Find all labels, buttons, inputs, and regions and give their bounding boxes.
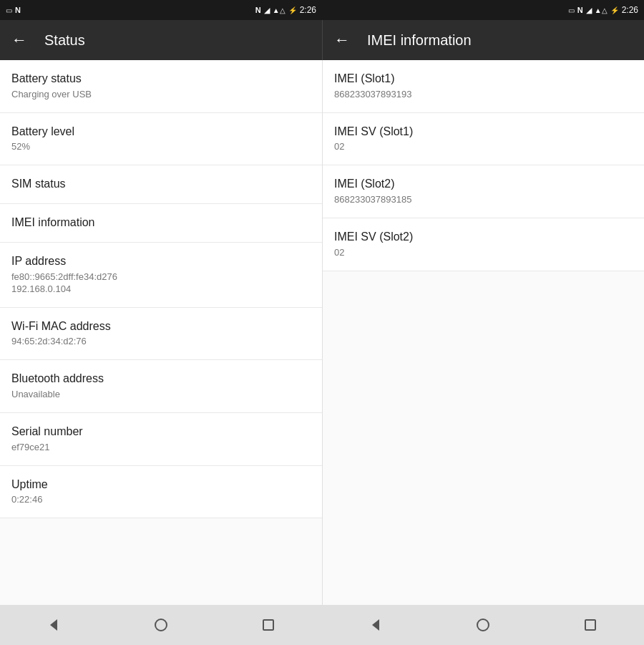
recent-nav-button-left[interactable] (254, 611, 283, 639)
nfc-icon-right: N (577, 6, 583, 14)
right-item-title: IMEI SV (Slot1) (334, 125, 633, 140)
left-item-subtitle: Unavailable (11, 389, 311, 401)
recent-icon-left (263, 619, 274, 631)
right-list-item[interactable]: IMEI SV (Slot2)02 (323, 218, 644, 271)
home-nav-button-right[interactable] (469, 611, 497, 639)
left-item-title: Bluetooth address (11, 372, 311, 387)
back-nav-button-right[interactable] (361, 611, 390, 639)
left-item-title: Wi-Fi MAC address (11, 319, 311, 334)
left-item-subtitle: 52% (11, 141, 311, 153)
left-list-item[interactable]: Uptime0:22:46 (0, 466, 322, 519)
signal-icon-left: ▲△ (273, 6, 286, 14)
left-item-subtitle: Charging over USB (11, 89, 311, 101)
right-back-button[interactable]: ← (334, 31, 350, 49)
right-panel: IMEI (Slot1)868233037893193IMEI SV (Slot… (322, 60, 644, 605)
home-icon-right (477, 619, 489, 631)
right-item-subtitle: 02 (334, 247, 633, 259)
left-item-subtitle: 0:22:46 (11, 494, 311, 506)
wifi-icon-left: ◢ (264, 6, 270, 15)
status-bar-right: ▭ N ◢ ▲△ ⚡ 2:26 (322, 5, 644, 15)
battery-charging-left: ⚡ (288, 6, 297, 14)
left-item-title: SIM status (11, 177, 311, 192)
left-list-item[interactable]: Bluetooth addressUnavailable (0, 360, 322, 413)
back-icon-left (50, 619, 57, 631)
left-item-title: Uptime (11, 477, 311, 493)
time-left: 2:26 (300, 5, 316, 15)
app-bars: ← Status ← IMEI information (0, 20, 644, 60)
battery-charging-right: ⚡ (610, 6, 619, 14)
right-item-subtitle: 02 (334, 141, 633, 153)
home-nav-button-left[interactable] (147, 611, 175, 639)
left-list-item[interactable]: IMEI information (0, 204, 322, 243)
status-bar-left: ▭ N N ◢ ▲△ ⚡ 2:26 (0, 5, 322, 15)
status-bar: ▭ N N ◢ ▲△ ⚡ 2:26 ▭ N ◢ ▲△ ⚡ 2:26 (0, 0, 644, 20)
back-nav-button-left[interactable] (39, 611, 68, 639)
left-item-subtitle: 94:65:2d:34:d2:76 (11, 336, 311, 348)
back-icon-right (372, 619, 379, 631)
nav-bar (0, 605, 644, 645)
right-item-title: IMEI (Slot2) (334, 177, 633, 192)
left-item-subtitle: ef79ce21 (11, 442, 311, 454)
left-item-title: Battery status (11, 72, 311, 87)
signal-icon-right: ▲△ (595, 6, 608, 14)
left-item-subtitle: fe80::9665:2dff:fe34:d276 192.168.0.104 (11, 271, 311, 296)
left-item-title: IP address (11, 254, 311, 269)
left-panel-title: Status (44, 32, 85, 49)
left-list-item[interactable]: IP addressfe80::9665:2dff:fe34:d276 192.… (0, 243, 322, 308)
left-app-bar: ← Status (0, 20, 322, 60)
sim-icon: ▭ (6, 6, 12, 14)
left-item-title: Battery level (11, 125, 311, 140)
nfc-icon-left: N (15, 6, 21, 14)
right-panel-title: IMEI information (367, 32, 472, 49)
recent-icon-right (585, 619, 596, 631)
wifi-icon-right: ◢ (586, 6, 592, 15)
time-right: 2:26 (622, 5, 638, 15)
main-content: Battery statusCharging over USBBattery l… (0, 60, 644, 605)
left-item-title: IMEI information (11, 215, 311, 231)
right-item-title: IMEI (Slot1) (334, 72, 633, 87)
sim-icon-right: ▭ (568, 6, 575, 14)
right-app-bar: ← IMEI information (322, 20, 644, 60)
left-panel: Battery statusCharging over USBBattery l… (0, 60, 322, 605)
right-item-subtitle: 868233037893193 (334, 89, 633, 101)
nav-bar-left (0, 605, 322, 645)
nav-bar-right (322, 605, 644, 645)
left-list-item[interactable]: SIM status (0, 165, 322, 204)
right-list-item[interactable]: IMEI SV (Slot1)02 (323, 113, 644, 166)
home-icon-left (155, 619, 167, 631)
right-item-subtitle: 868233037893185 (334, 194, 633, 206)
nfc-icon-center-left: N (255, 6, 261, 14)
left-list-item[interactable]: Battery statusCharging over USB (0, 60, 322, 113)
recent-nav-button-right[interactable] (576, 611, 605, 639)
left-list-item[interactable]: Wi-Fi MAC address94:65:2d:34:d2:76 (0, 308, 322, 361)
right-item-title: IMEI SV (Slot2) (334, 230, 633, 245)
left-list-item[interactable]: Serial numberef79ce21 (0, 413, 322, 466)
right-list-item[interactable]: IMEI (Slot2)868233037893185 (323, 165, 644, 218)
left-back-button[interactable]: ← (11, 31, 27, 49)
left-item-title: Serial number (11, 425, 311, 440)
left-list-item[interactable]: Battery level52% (0, 113, 322, 166)
right-list-item[interactable]: IMEI (Slot1)868233037893193 (323, 60, 644, 113)
